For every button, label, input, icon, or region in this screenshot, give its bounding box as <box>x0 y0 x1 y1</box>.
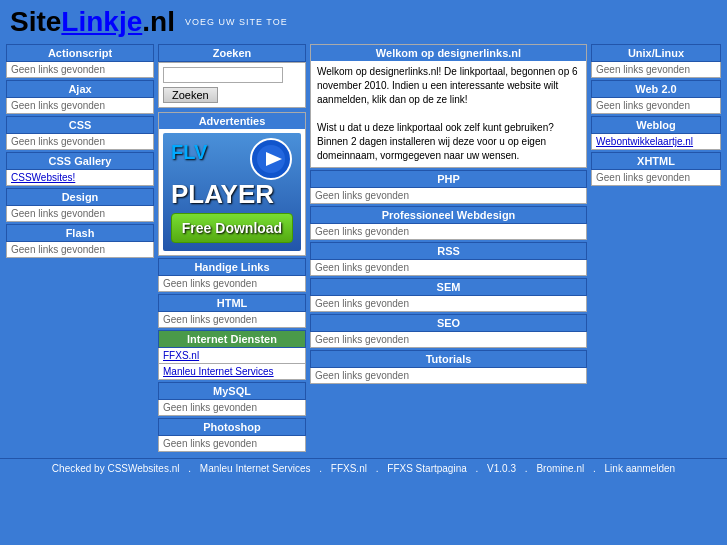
cat-php: PHP Geen links gevonden <box>310 170 587 204</box>
footer-version: V1.0.3 <box>487 463 516 474</box>
footer: Checked by CSSWebsites.nl . Manleu Inter… <box>0 458 727 478</box>
cat-design-content: Geen links gevonden <box>6 206 154 222</box>
search-input[interactable] <box>163 67 283 83</box>
cat-css-content: Geen links gevonden <box>6 134 154 150</box>
left-column: Actionscript Geen links gevonden Ajax Ge… <box>6 44 154 454</box>
cat-xhtml: XHTML Geen links gevonden <box>591 152 721 186</box>
cat-css-gallery-content[interactable]: CSSWebsites! <box>6 170 154 186</box>
footer-sep2: . <box>319 463 322 474</box>
cat-rss: RSS Geen links gevonden <box>310 242 587 276</box>
footer-sep4: . <box>476 463 479 474</box>
cat-css-header: CSS <box>6 116 154 134</box>
cat-weblog-header: Weblog <box>591 116 721 134</box>
cat-photoshop-header: Photoshop <box>158 418 306 436</box>
cat-ajax-content: Geen links gevonden <box>6 98 154 114</box>
welcome-section: Welkom op designerlinks.nl Welkom op des… <box>310 44 587 168</box>
cat-handige-links-content: Geen links gevonden <box>158 276 306 292</box>
cat-sem-content: Geen links gevonden <box>310 296 587 312</box>
cat-professioneel-content: Geen links gevonden <box>310 224 587 240</box>
cat-handige-links-header: Handige Links <box>158 258 306 276</box>
middle-column: Zoeken Zoeken Advertenties FLV PLAYER Fr <box>158 44 306 454</box>
tagline: VOEG UW SITE TOE <box>185 17 288 27</box>
cat-html-header: HTML <box>158 294 306 312</box>
site-name-prefix: Site <box>10 6 61 37</box>
site-name-link: Linkje <box>61 6 142 37</box>
cat-weblog-content[interactable]: Webontwikkelaartje.nl <box>591 134 721 150</box>
header: SiteLinkje.nl VOEG UW SITE TOE <box>0 0 727 42</box>
cat-photoshop: Photoshop Geen links gevonden <box>158 418 306 452</box>
cat-seo-content: Geen links gevonden <box>310 332 587 348</box>
search-box: Zoeken <box>158 62 306 108</box>
cat-ajax-header: Ajax <box>6 80 154 98</box>
cat-tutorials-header: Tutorials <box>310 350 587 368</box>
cat-internet-diensten-header: Internet Diensten <box>158 330 306 348</box>
cat-web20-content: Geen links gevonden <box>591 98 721 114</box>
cat-seo: SEO Geen links gevonden <box>310 314 587 348</box>
cat-rss-header: RSS <box>310 242 587 260</box>
site-name-suffix: .nl <box>142 6 175 37</box>
cat-internet-diensten-item2[interactable]: Manleu Internet Services <box>158 364 306 380</box>
cat-professioneel: Professioneel Webdesign Geen links gevon… <box>310 206 587 240</box>
footer-sep5: . <box>525 463 528 474</box>
welcome-content: Welkom op designerlinks.nl! De linkporta… <box>311 61 586 167</box>
adv-header: Advertenties <box>159 113 305 129</box>
cat-professioneel-header: Professioneel Webdesign <box>310 206 587 224</box>
cat-unix-header: Unix/Linux <box>591 44 721 62</box>
cat-php-header: PHP <box>310 170 587 188</box>
flv-ad-banner[interactable]: FLV PLAYER Free Download <box>163 133 301 251</box>
flv-download-button[interactable]: Free Download <box>171 213 293 243</box>
footer-sep3: . <box>376 463 379 474</box>
footer-sep6: . <box>593 463 596 474</box>
advertenties-section: Advertenties FLV PLAYER Free Download <box>158 112 306 256</box>
center-column: Welkom op designerlinks.nl Welkom op des… <box>310 44 587 454</box>
search-section: Zoeken Zoeken <box>158 44 306 110</box>
cat-actionscript-header: Actionscript <box>6 44 154 62</box>
adv-content: FLV PLAYER Free Download <box>159 129 305 255</box>
cat-weblog: Weblog Webontwikkelaartje.nl <box>591 116 721 150</box>
cat-tutorials: Tutorials Geen links gevonden <box>310 350 587 384</box>
cat-actionscript: Actionscript Geen links gevonden <box>6 44 154 78</box>
cat-css-gallery: CSS Gallery CSSWebsites! <box>6 152 154 186</box>
cat-flash: Flash Geen links gevonden <box>6 224 154 258</box>
cat-css-gallery-header: CSS Gallery <box>6 152 154 170</box>
cat-ajax: Ajax Geen links gevonden <box>6 80 154 114</box>
search-header: Zoeken <box>158 44 306 62</box>
cat-sem: SEM Geen links gevonden <box>310 278 587 312</box>
welcome-header: Welkom op designerlinks.nl <box>311 45 586 61</box>
cat-rss-content: Geen links gevonden <box>310 260 587 276</box>
cat-css: CSS Geen links gevonden <box>6 116 154 150</box>
main-content: Actionscript Geen links gevonden Ajax Ge… <box>0 42 727 458</box>
cat-php-content: Geen links gevonden <box>310 188 587 204</box>
welcome-text1: Welkom op designerlinks.nl! De linkporta… <box>317 65 580 107</box>
footer-ffxs[interactable]: FFXS.nl <box>331 463 367 474</box>
cat-flash-header: Flash <box>6 224 154 242</box>
footer-manleu[interactable]: Manleu Internet Services <box>200 463 311 474</box>
cat-seo-header: SEO <box>310 314 587 332</box>
footer-sep1: . <box>188 463 191 474</box>
cat-html-content: Geen links gevonden <box>158 312 306 328</box>
welcome-text2: Wist u dat u deze linkportaal ook zelf k… <box>317 121 580 163</box>
cat-unix-content: Geen links gevonden <box>591 62 721 78</box>
cat-internet-diensten-item1[interactable]: FFXS.nl <box>158 348 306 364</box>
cat-design: Design Geen links gevonden <box>6 188 154 222</box>
site-logo[interactable]: SiteLinkje.nl <box>10 6 175 38</box>
cat-xhtml-header: XHTML <box>591 152 721 170</box>
cat-web20: Web 2.0 Geen links gevonden <box>591 80 721 114</box>
cat-mysql-content: Geen links gevonden <box>158 400 306 416</box>
cat-internet-diensten: Internet Diensten FFXS.nl Manleu Interne… <box>158 330 306 380</box>
cat-handige-links: Handige Links Geen links gevonden <box>158 258 306 292</box>
cat-mysql: MySQL Geen links gevonden <box>158 382 306 416</box>
cat-unix: Unix/Linux Geen links gevonden <box>591 44 721 78</box>
search-button[interactable]: Zoeken <box>163 87 218 103</box>
cat-xhtml-content: Geen links gevonden <box>591 170 721 186</box>
cat-web20-header: Web 2.0 <box>591 80 721 98</box>
cat-mysql-header: MySQL <box>158 382 306 400</box>
footer-checked-by[interactable]: Checked by CSSWebsites.nl <box>52 463 180 474</box>
footer-ffxs-startpagina[interactable]: FFXS Startpagina <box>387 463 466 474</box>
footer-bromine[interactable]: Bromine.nl <box>536 463 584 474</box>
cat-actionscript-content: Geen links gevonden <box>6 62 154 78</box>
cat-sem-header: SEM <box>310 278 587 296</box>
footer-link-aanmelden[interactable]: Link aanmelden <box>605 463 676 474</box>
cat-photoshop-content: Geen links gevonden <box>158 436 306 452</box>
cat-design-header: Design <box>6 188 154 206</box>
